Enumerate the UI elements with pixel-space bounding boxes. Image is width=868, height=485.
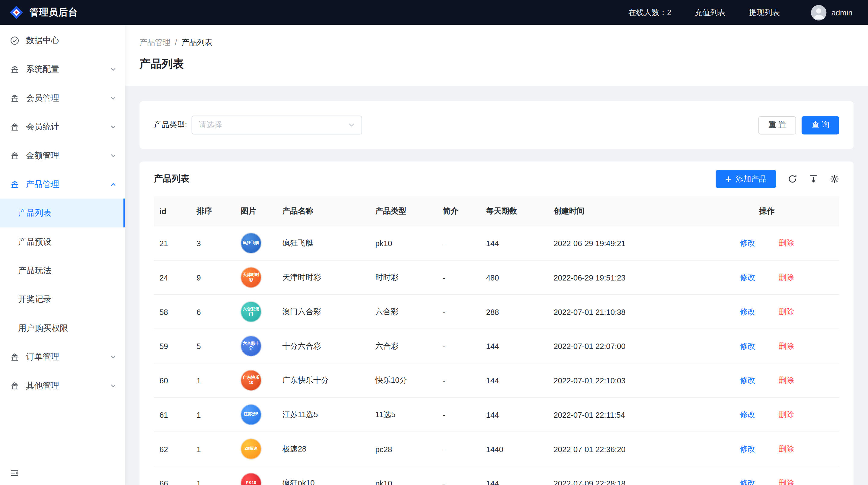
sidebar-item-system-config[interactable]: 系统配置 [0,55,125,84]
search-button[interactable]: 查 询 [802,116,839,134]
withdraw-list-link[interactable]: 提现列表 [749,7,780,18]
cell-intro: - [437,295,480,329]
cell-actions: 修改删除 [695,295,839,329]
module-icon [10,381,19,390]
page-title: 产品列表 [140,56,854,71]
topbar: 管理员后台 在线人数：2 充值列表 提现列表 admin [0,0,868,25]
breadcrumb-parent[interactable]: 产品管理 [140,36,170,47]
recharge-list-link[interactable]: 充值列表 [695,7,726,18]
sidebar-subitem-product-list[interactable]: 产品列表 [0,198,125,227]
delete-link[interactable]: 删除 [779,272,794,282]
module-icon [10,93,19,102]
delete-link[interactable]: 删除 [779,238,794,248]
cell-name: 极速28 [277,432,370,466]
delete-link[interactable]: 删除 [779,375,794,385]
cell-actions: 修改删除 [695,226,839,260]
cell-name: 疯狂飞艇 [277,226,370,260]
app-title: 管理员后台 [29,6,78,19]
sidebar-subitem-product-preset[interactable]: 产品预设 [0,227,125,256]
sidebar-item-data-center[interactable]: 数据中心 [0,26,125,55]
delete-link[interactable]: 删除 [779,410,794,420]
sidebar-subitem-label: 产品列表 [19,208,52,218]
sidebar-item-order-management[interactable]: 订单管理 [0,342,125,371]
sidebar-item-other-management[interactable]: 其他管理 [0,371,125,400]
cell-sort: 9 [191,261,236,294]
cell-created: 2022-07-01 22:36:20 [548,432,695,466]
product-logo-text: 六合彩十分 [241,340,261,352]
user-menu[interactable]: admin [811,5,852,20]
table-row: 249天津时时彩天津时时彩时时彩-4802022-06-29 19:51:23修… [154,261,839,295]
sidebar-item-product-management[interactable]: 产品管理 [0,170,125,198]
cell-type: pk10 [370,466,437,485]
product-logo-text: 六合彩澳门 [241,306,261,318]
density-icon[interactable] [809,174,818,184]
refresh-icon[interactable] [788,174,797,184]
add-product-button[interactable]: 添加产品 [716,170,776,188]
edit-link[interactable]: 修改 [740,341,755,351]
reset-button[interactable]: 重 置 [758,116,796,134]
product-logo: 疯狂飞艇 [241,233,261,253]
module-icon [10,180,19,189]
chevron-down-icon [348,122,354,128]
username: admin [832,8,852,17]
edit-link[interactable]: 修改 [740,375,755,385]
edit-link[interactable]: 修改 [740,444,755,454]
product-logo-text: PK10 [245,480,257,485]
column-header: 排序 [191,196,236,226]
cell-type: 六合彩 [370,329,437,363]
table-card-header: 产品列表 添加产品 [140,162,854,197]
product-logo: 天津时时彩 [241,267,261,288]
table-row: 601广东快乐10广东快乐十分快乐10分-1442022-07-01 22:10… [154,363,839,398]
main-content: 产品管理 / 产品列表 产品列表 产品类型: 请选择 重 置 查 询 产品列表 [125,25,868,485]
sidebar-subitem-label: 开奖记录 [19,294,52,304]
column-header: id [154,196,191,226]
cell-id: 61 [154,398,191,431]
sidebar-item-label: 系统配置 [26,64,59,74]
cell-image: PK10 [236,466,277,485]
edit-link[interactable]: 修改 [740,478,755,485]
delete-link[interactable]: 删除 [779,444,794,454]
settings-icon[interactable] [830,174,839,184]
cell-periods: 1440 [480,432,548,466]
cell-created: 2022-06-29 19:51:23 [548,261,695,294]
sidebar-subitem-user-purchase-permission[interactable]: 用户购买权限 [0,314,125,342]
sidebar-item-member-stats[interactable]: 会员统计 [0,112,125,141]
delete-link[interactable]: 删除 [779,478,794,485]
cell-created: 2022-07-01 22:07:00 [548,329,695,363]
sidebar-subitem-label: 产品预设 [19,236,52,247]
product-type-select[interactable]: 请选择 [191,116,362,134]
edit-link[interactable]: 修改 [740,238,755,248]
table-body: 213疯狂飞艇疯狂飞艇pk10-1442022-06-29 19:49:21修改… [154,226,839,485]
delete-link[interactable]: 删除 [779,307,794,317]
edit-link[interactable]: 修改 [740,307,755,317]
product-logo-text: 天津时时彩 [241,272,261,284]
cell-periods: 144 [480,398,548,431]
cell-sort: 1 [191,398,236,431]
module-icon [10,352,19,361]
cell-actions: 修改删除 [695,363,839,397]
sidebar-subitem-product-play[interactable]: 产品玩法 [0,256,125,285]
column-header: 操作 [695,196,839,226]
cell-type: 11选5 [370,398,437,431]
sidebar-item-amount-management[interactable]: 金额管理 [0,141,125,170]
cell-name: 疯狂pk10 [277,466,370,485]
edit-link[interactable]: 修改 [740,272,755,282]
cell-actions: 修改删除 [695,261,839,294]
table-header-row: id排序图片产品名称产品类型简介每天期数创建时间操作 [154,196,839,226]
sidebar-item-label: 会员管理 [26,93,59,103]
delete-link[interactable]: 删除 [779,341,794,351]
cell-periods: 288 [480,295,548,329]
cell-intro: - [437,226,480,260]
product-logo-text: 疯狂飞艇 [242,240,260,247]
topbar-right: 在线人数：2 充值列表 提现列表 admin [605,5,852,20]
cell-name: 十分六合彩 [277,329,370,363]
sidebar-menu: 数据中心系统配置会员管理会员统计金额管理产品管理产品列表产品预设产品玩法开奖记录… [0,25,125,461]
sidebar-item-member-management[interactable]: 会员管理 [0,84,125,112]
collapse-sidebar-icon[interactable] [10,469,19,478]
select-placeholder: 请选择 [198,120,222,130]
cell-created: 2022-07-01 22:10:03 [548,363,695,397]
edit-link[interactable]: 修改 [740,410,755,420]
chevron-down-icon [110,383,116,388]
sidebar-subitem-draw-records[interactable]: 开奖记录 [0,285,125,314]
product-logo: 六合彩十分 [241,336,261,356]
